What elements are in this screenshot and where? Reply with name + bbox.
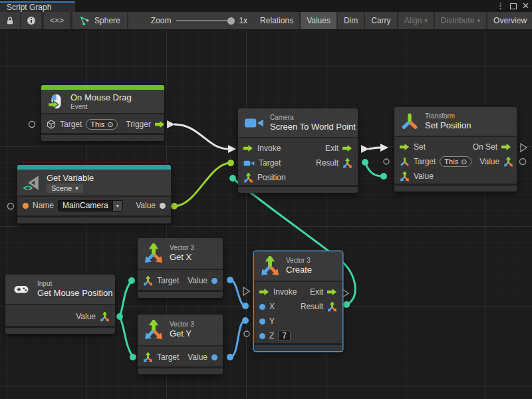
toolbar-button-relations[interactable]: Relations	[254, 12, 301, 29]
wire-arrowhead	[167, 120, 175, 128]
wire-exit-to-set	[368, 148, 380, 149]
vector3-port-icon[interactable]	[503, 157, 513, 167]
vector3-port-icon[interactable]	[327, 302, 337, 312]
camera-port-icon[interactable]	[243, 160, 255, 167]
control-input-port[interactable]	[400, 143, 410, 151]
node-get-x[interactable]: Vector 3 Get X Target Value	[138, 238, 223, 298]
zoom-slider[interactable]	[176, 20, 233, 21]
control-output-port[interactable]	[342, 144, 352, 152]
port-row: Target Value	[138, 273, 223, 288]
maximize-icon[interactable]	[510, 3, 517, 9]
variable-scope-dropdown[interactable]: Scene ▾	[47, 184, 83, 193]
graph-pointer-icon	[79, 15, 90, 26]
wire-endpoint	[227, 160, 234, 166]
this-target-chip[interactable]: This ⊙	[440, 156, 471, 167]
info-button[interactable]	[21, 12, 43, 29]
node-header[interactable]: Vector 3 Get Y	[138, 315, 223, 346]
toolbar-button-values[interactable]: Values	[301, 12, 338, 29]
port-row: Set On Set	[394, 140, 517, 154]
menu-icon[interactable]: ⋮	[496, 0, 505, 12]
mouse-drag-icon	[47, 93, 65, 110]
float-input-port[interactable]	[259, 319, 265, 325]
wire-endpoint	[380, 173, 387, 180]
port-set-label: Set	[414, 142, 426, 152]
lock-icon	[5, 16, 15, 25]
node-header[interactable]: Get Variable Scene ▾	[17, 170, 171, 197]
wire-endpoint	[227, 277, 233, 283]
port-row: Value	[5, 309, 115, 324]
control-output-port[interactable]	[327, 288, 337, 296]
float-input-port[interactable]	[259, 333, 265, 339]
node-header[interactable]: Camera Screen To World Point	[238, 108, 358, 138]
vector3-port-icon[interactable]	[100, 312, 110, 322]
node-get-y[interactable]: Vector 3 Get Y Target Value	[138, 315, 223, 374]
transform-icon	[400, 112, 419, 131]
port-exit-label: Exit	[325, 144, 338, 153]
port-target-label: Target	[414, 157, 436, 166]
node-footer	[138, 368, 223, 374]
object-output-port[interactable]	[160, 203, 166, 209]
node-header[interactable]: Input Get Mouse Position	[5, 275, 115, 305]
vector3-port-icon[interactable]	[143, 352, 153, 362]
toolbar-button-distribute[interactable]: Distribute▾	[435, 12, 487, 29]
vector3-port-icon[interactable]	[143, 276, 153, 286]
vector3-port-icon[interactable]	[400, 172, 410, 182]
toolbar-button-align[interactable]: Align▾	[398, 12, 435, 29]
float-output-port[interactable]	[211, 278, 217, 284]
toolbar-button-overview[interactable]: Overview	[487, 12, 532, 29]
port-row: Invoke Exit	[254, 285, 342, 299]
node-set-position[interactable]: Transform Set Position Set On Set Target…	[394, 107, 517, 192]
lock-button[interactable]	[0, 12, 21, 29]
z-value-field[interactable]: 7	[278, 331, 291, 341]
port-z-label: Z	[269, 331, 274, 340]
node-on-mouse-drag[interactable]: On Mouse Drag Event Target This ⊙ Trigge…	[41, 85, 164, 141]
node-get-mouse-position[interactable]: Input Get Mouse Position Value	[5, 275, 115, 334]
node-vector3-create[interactable]: Vector 3 Create Invoke Exit X Result	[254, 251, 342, 351]
graph-breadcrumb[interactable]: Sphere	[72, 12, 128, 29]
node-header[interactable]: Transform Set Position	[394, 107, 517, 137]
node-get-variable[interactable]: Get Variable Scene ▾ Name MainCamera ▾	[17, 165, 171, 223]
control-input-port[interactable]	[259, 288, 269, 296]
vector3-icon	[144, 243, 164, 263]
wire-endpoint	[171, 203, 178, 209]
target-picker-icon: ⊙	[107, 120, 113, 129]
float-input-port[interactable]	[259, 304, 265, 310]
gameobject-cube-icon	[47, 120, 56, 129]
node-footer	[394, 186, 517, 192]
wire-arrowhead	[228, 145, 236, 153]
variable-name-dropdown[interactable]: MainCamera ▾	[58, 200, 123, 211]
wire-trigger-to-invoke	[174, 124, 228, 149]
port-row: Value	[394, 169, 517, 184]
port-value-label: Value	[188, 352, 207, 362]
node-title: Get Variable	[47, 173, 94, 184]
control-input-port[interactable]	[243, 144, 253, 152]
node-category: Input	[37, 280, 112, 288]
tab-script-graph[interactable]: Script Graph	[0, 1, 75, 12]
chevron-down-icon: ▾	[112, 201, 122, 211]
node-header[interactable]: Vector 3 Create	[254, 251, 342, 282]
node-header[interactable]: On Mouse Drag Event	[41, 90, 164, 114]
float-output-port[interactable]	[211, 354, 217, 360]
toolbar-button-carry[interactable]: Carry	[365, 12, 398, 29]
port-value-out-label: Value	[479, 157, 499, 166]
port-row: Target Result	[238, 156, 358, 170]
node-screen-to-world-point[interactable]: Camera Screen To World Point Invoke Exit…	[238, 108, 358, 193]
port-on-set-label: On Set	[473, 142, 497, 152]
port-row: Z 7	[254, 329, 342, 343]
this-target-chip[interactable]: This ⊙	[86, 119, 118, 130]
zoom-slider-handle[interactable]	[227, 17, 235, 25]
vector3-port-icon[interactable]	[243, 173, 253, 183]
port-target-label: Target	[259, 158, 281, 168]
node-header[interactable]: Vector 3 Get X	[138, 238, 223, 270]
graph-name: Sphere	[94, 16, 120, 25]
vector3-port-icon[interactable]	[342, 158, 352, 168]
close-icon[interactable]: ✕	[522, 0, 529, 12]
graph-canvas[interactable]: On Mouse Drag Event Target This ⊙ Trigge…	[0, 30, 532, 399]
transform-port-icon[interactable]	[400, 157, 410, 167]
control-output-port[interactable]	[501, 143, 511, 151]
string-input-port[interactable]	[23, 203, 29, 209]
control-output-port[interactable]	[155, 120, 165, 128]
code-view-button[interactable]: <×>	[44, 12, 71, 29]
toolbar-button-dim[interactable]: Dim	[338, 12, 365, 29]
wire-mouse-to-gety	[120, 317, 133, 357]
